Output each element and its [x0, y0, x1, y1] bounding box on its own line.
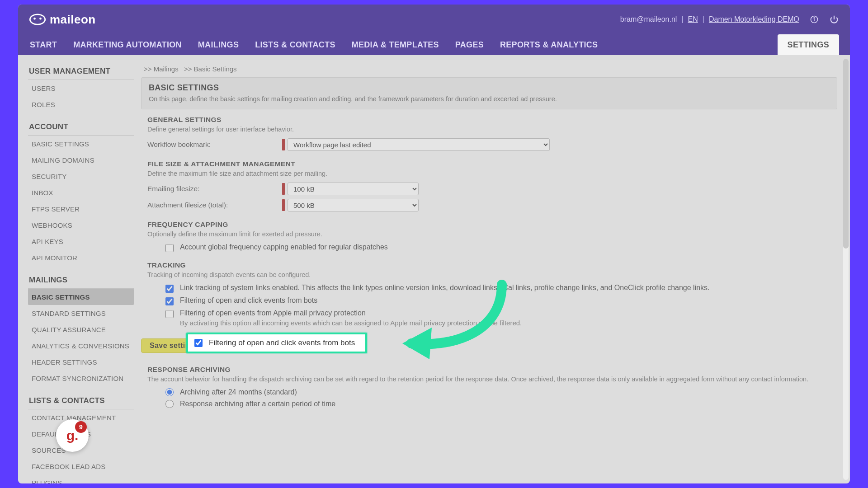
user-email: bram@maileon.nl [620, 15, 677, 23]
svg-point-5 [814, 18, 815, 19]
power-icon[interactable] [829, 14, 839, 24]
brand-name: maileon [50, 13, 96, 27]
org-link[interactable]: Damen Motorkleding DEMO [709, 15, 799, 23]
nav-lists-contacts[interactable]: LISTS & CONTACTS [254, 34, 336, 55]
main-nav: START MARKETING AUTOMATION MAILINGS LIST… [18, 34, 850, 55]
nav-media-templates[interactable]: MEDIA & TEMPLATES [351, 34, 440, 55]
nav-marketing-automation[interactable]: MARKETING AUTOMATION [72, 34, 183, 55]
separator: | [681, 15, 683, 23]
language-link[interactable]: EN [688, 15, 698, 23]
svg-point-0 [30, 14, 45, 24]
nav-reports[interactable]: REPORTS & ANALYTICS [499, 34, 599, 55]
nav-settings[interactable]: SETTINGS [778, 34, 839, 55]
svg-point-1 [33, 18, 36, 20]
label-bot-filter-highlighted: Filtering of open and click events from … [209, 338, 355, 347]
nav-mailings[interactable]: MAILINGS [197, 34, 240, 55]
annotation-highlight-box: Filtering of open and click events from … [186, 333, 367, 353]
nav-pages[interactable]: PAGES [454, 34, 485, 55]
svg-point-2 [39, 18, 42, 20]
help-widget-count: 9 [75, 421, 87, 433]
annotation-dim [18, 55, 850, 483]
separator: | [703, 15, 704, 23]
top-bar: maileon bram@maileon.nl | EN | Damen Mot… [18, 5, 850, 34]
nav-start[interactable]: START [29, 34, 58, 55]
brand-logo: maileon [29, 13, 96, 27]
topbar-right: bram@maileon.nl | EN | Damen Motorkledin… [620, 14, 839, 24]
scrollbar-thumb[interactable] [843, 59, 849, 249]
brand-icon [29, 14, 46, 25]
help-widget[interactable]: g. 9 [56, 419, 89, 452]
info-icon[interactable] [809, 14, 819, 24]
checkbox-bot-filter-highlighted[interactable] [194, 339, 203, 347]
